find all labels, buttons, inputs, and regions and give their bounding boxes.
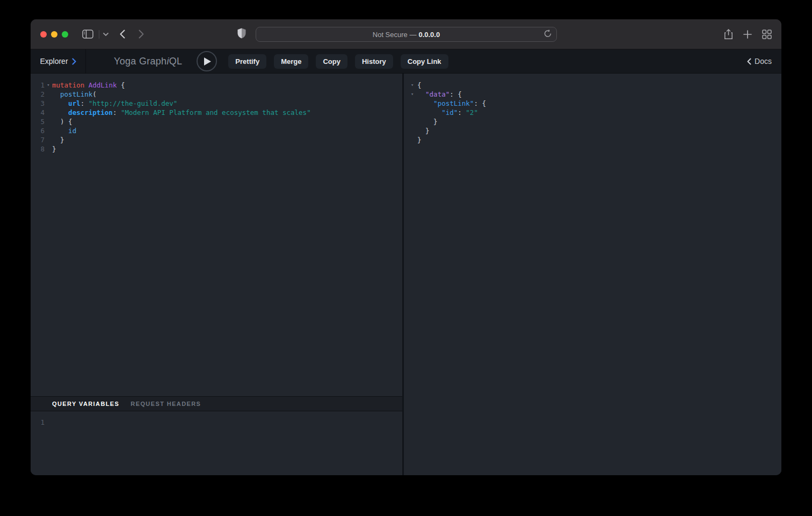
tab-request-headers[interactable]: REQUEST HEADERS bbox=[130, 401, 201, 407]
close-window-button[interactable] bbox=[40, 31, 47, 38]
code-line: } bbox=[411, 135, 781, 144]
line-number: 8 bbox=[31, 144, 45, 154]
copy-link-button[interactable]: Copy Link bbox=[401, 54, 448, 69]
code-line: ▾{ bbox=[411, 81, 781, 90]
response-panel[interactable]: ▾{▾ "data": { "postLink": { "id": "2" } … bbox=[404, 74, 781, 475]
execute-query-button[interactable] bbox=[197, 51, 217, 71]
chevron-down-icon[interactable] bbox=[103, 33, 108, 36]
fold-toggle-icon[interactable]: ▾ bbox=[411, 90, 417, 99]
play-icon bbox=[204, 57, 211, 66]
toolbar-divider bbox=[99, 30, 99, 39]
header-buttons: PrettifyMergeCopyHistoryCopy Link bbox=[228, 54, 448, 69]
explorer-label: Explorer bbox=[40, 57, 68, 66]
fold-spacer bbox=[45, 90, 52, 99]
url-field[interactable]: Not Secure — 0.0.0.0 bbox=[256, 27, 557, 42]
code-line: 6 id bbox=[31, 126, 402, 135]
fold-spacer bbox=[45, 126, 52, 135]
code-line: "id": "2" bbox=[411, 108, 781, 117]
fold-spacer bbox=[411, 108, 417, 117]
line-number: 1 bbox=[31, 418, 45, 427]
code-line: 8} bbox=[31, 144, 402, 154]
code-line: ▾ "data": { bbox=[411, 90, 781, 99]
history-button[interactable]: History bbox=[355, 54, 393, 69]
fold-spacer bbox=[45, 135, 52, 144]
toolbar-right-icons bbox=[724, 19, 772, 49]
chevron-left-icon bbox=[747, 58, 751, 65]
line-number: 5 bbox=[31, 117, 45, 126]
code-line: 2 postLink( bbox=[31, 90, 402, 99]
docs-label: Docs bbox=[755, 57, 772, 66]
code-line: "postLink": { bbox=[411, 99, 781, 108]
copy-button[interactable]: Copy bbox=[316, 54, 347, 69]
fold-spacer bbox=[411, 135, 417, 144]
minimize-window-button[interactable] bbox=[51, 31, 57, 38]
code-line: 4 description: "Modern API Platform and … bbox=[31, 108, 402, 117]
docs-button[interactable]: Docs bbox=[747, 57, 772, 66]
forward-icon[interactable] bbox=[139, 30, 144, 39]
fold-spacer bbox=[45, 108, 52, 117]
fold-spacer bbox=[411, 99, 417, 108]
zoom-window-button[interactable] bbox=[62, 31, 68, 38]
graphiql-header: Explorer Yoga GraphiQL PrettifyMergeCopy… bbox=[31, 49, 781, 74]
code-line: } bbox=[411, 117, 781, 126]
fold-spacer bbox=[45, 99, 52, 108]
privacy-shield-icon[interactable] bbox=[237, 28, 246, 41]
code-line: } bbox=[411, 126, 781, 135]
content-area: 1▾mutation AddLink {2 postLink(3 url: "h… bbox=[31, 74, 781, 475]
fold-toggle-icon[interactable]: ▾ bbox=[45, 81, 52, 90]
line-number: 1 bbox=[31, 81, 45, 90]
merge-button[interactable]: Merge bbox=[274, 54, 308, 69]
explorer-toggle[interactable]: Explorer bbox=[31, 49, 86, 73]
page-title: Yoga GraphiQL bbox=[114, 56, 182, 67]
left-pane: 1▾mutation AddLink {2 postLink(3 url: "h… bbox=[31, 74, 402, 475]
code-line: 7 } bbox=[31, 135, 402, 144]
tab-query-variables[interactable]: QUERY VARIABLES bbox=[52, 401, 119, 407]
code-line: 1 bbox=[31, 418, 402, 427]
fold-toggle-icon[interactable]: ▾ bbox=[411, 81, 417, 90]
new-tab-icon[interactable] bbox=[743, 30, 752, 39]
fold-spacer bbox=[411, 126, 417, 135]
sidebar-toggle-icon[interactable] bbox=[82, 30, 93, 39]
line-number: 3 bbox=[31, 99, 45, 108]
share-icon[interactable] bbox=[724, 29, 733, 40]
browser-toolbar: Not Secure — 0.0.0.0 bbox=[31, 19, 781, 49]
url-host: 0.0.0.0 bbox=[418, 31, 440, 39]
url-security-label: Not Secure — bbox=[373, 31, 417, 39]
line-number: 2 bbox=[31, 90, 45, 99]
line-number: 7 bbox=[31, 135, 45, 144]
traffic-lights bbox=[40, 31, 68, 38]
fold-spacer bbox=[411, 117, 417, 126]
fold-spacer bbox=[45, 117, 52, 126]
variables-editor[interactable]: 1 bbox=[31, 411, 402, 475]
chevron-right-icon bbox=[72, 58, 76, 65]
fold-spacer bbox=[45, 144, 52, 154]
back-icon[interactable] bbox=[120, 30, 125, 39]
code-line: 3 url: "http://the-guild.dev" bbox=[31, 99, 402, 108]
variables-tabbar: QUERY VARIABLESREQUEST HEADERS bbox=[31, 396, 402, 411]
query-editor[interactable]: 1▾mutation AddLink {2 postLink(3 url: "h… bbox=[31, 74, 402, 396]
code-line: 5 ) { bbox=[31, 117, 402, 126]
code-line: 1▾mutation AddLink { bbox=[31, 81, 402, 90]
reload-icon[interactable] bbox=[544, 30, 552, 39]
line-number: 4 bbox=[31, 108, 45, 117]
line-number: 6 bbox=[31, 126, 45, 135]
browser-window: Not Secure — 0.0.0.0 bbox=[31, 19, 781, 475]
prettify-button[interactable]: Prettify bbox=[228, 54, 266, 69]
tab-overview-icon[interactable] bbox=[762, 30, 772, 39]
